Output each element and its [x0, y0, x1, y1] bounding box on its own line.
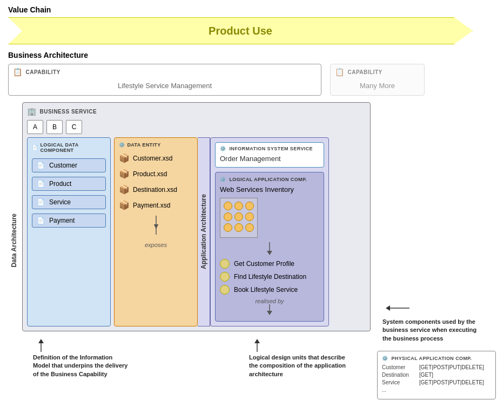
inner-row: 📄 LOGICAL DATA COMPONENT 📄 Customer 📄 Pr…	[27, 137, 366, 326]
right-side: ⚙️ PHYSICAL APPLICATION COMP. Customer […	[377, 102, 496, 378]
grid-circles	[220, 198, 258, 238]
capability-header-2: 📋 CAPABILITY	[335, 68, 420, 76]
ldc-header: 📄 LOGICAL DATA COMPONENT	[32, 142, 106, 153]
ldc-item-icon-service: 📄	[37, 198, 45, 206]
value-chain-title: Value Chain	[8, 5, 496, 14]
de-label-product-xsd: Product.xsd	[133, 170, 167, 178]
arrow-to-apis	[220, 242, 319, 257]
de-item-customer-xsd: 📦 Customer.xsd	[119, 153, 193, 163]
api-label-3: Book Lifestyle Service	[234, 286, 298, 294]
de-icon-payment: 📦	[119, 200, 130, 210]
de-label-destination-xsd: Destination.xsd	[133, 186, 177, 194]
pa-row-service: Service [GET|POST|PUT|DELETE]	[382, 379, 491, 385]
down-arrow-svg	[264, 242, 275, 255]
api-circle-3	[220, 285, 230, 295]
annotation-left-wrap: Definition of the Information Model that…	[33, 336, 130, 378]
svg-marker-9	[254, 339, 260, 343]
grid-circle-9	[245, 223, 254, 232]
pa-header: ⚙️ PHYSICAL APPLICATION COMP.	[382, 356, 491, 361]
capability-content-2: Many More	[335, 79, 420, 92]
realised-by-arrow	[220, 304, 319, 317]
value-chain-arrow: Product Use	[8, 17, 473, 44]
pa-label-destination: Destination	[382, 372, 417, 378]
pa-row-ellipsis: ...	[382, 387, 491, 393]
bottom-annotations: Definition of the Information Model that…	[22, 336, 371, 378]
is-header: ⚙️ INFORMATION SYSTEM SERVICE	[220, 146, 319, 151]
api-item-1: Get Customer Profile	[220, 259, 319, 269]
annotation-middle: Logical design units that describe the c…	[249, 354, 346, 378]
de-label-customer-xsd: Customer.xsd	[133, 155, 172, 162]
business-architecture-title: Business Architecture	[8, 51, 496, 59]
annotation-left: Definition of the Information Model that…	[33, 354, 130, 378]
ldc-item-label-service: Service	[49, 198, 71, 206]
grid-row-2	[224, 212, 254, 221]
main-diagram: Data Architecture 🏢 BUSINESS SERVICE A B…	[8, 102, 496, 378]
ldc-item-label-customer: Customer	[49, 162, 77, 169]
business-service-header: 🏢 BUSINESS SERVICE	[27, 107, 366, 116]
button-a[interactable]: A	[27, 120, 43, 134]
realised-by-label: realised by	[220, 298, 319, 304]
capability-box-2: 📋 CAPABILITY Many More	[330, 64, 425, 96]
ldc-item-service: 📄 Service	[32, 195, 106, 209]
annotation-mid-wrap: Logical design units that describe the c…	[249, 336, 346, 378]
pa-value-destination: [GET]	[419, 372, 433, 378]
pa-icon: ⚙️	[382, 356, 388, 361]
de-icon-destination: 📦	[119, 184, 130, 195]
svg-marker-5	[267, 311, 272, 315]
de-item-payment-xsd: 📦 Payment.xsd	[119, 200, 193, 210]
la-header: ⚙️ LOGICAL APPLICATION COMP.	[220, 177, 319, 182]
data-architecture-label: Data Architecture	[8, 214, 20, 268]
svg-marker-3	[267, 251, 272, 255]
pa-label-ellipsis: ...	[382, 387, 417, 393]
ldc-item-icon-payment: 📄	[37, 217, 45, 224]
capability-box-1: 📋 CAPABILITY Lifestyle Service Managemen…	[8, 64, 321, 96]
de-item-product-xsd: 📦 Product.xsd	[119, 169, 193, 179]
physical-app-comp-box: ⚙️ PHYSICAL APPLICATION COMP. Customer […	[377, 351, 496, 399]
is-content: Order Management	[220, 154, 319, 164]
value-chain-section: Value Chain Product Use	[8, 5, 496, 44]
grid-circle-5	[234, 212, 243, 221]
exposes-arrow-svg	[148, 216, 164, 237]
pa-row-customer: Customer [GET|POST|PUT|DELETE]	[382, 364, 491, 370]
annotation-right-wrap: System components used by the business s…	[382, 300, 496, 343]
business-service-box: 🏢 BUSINESS SERVICE A B C 📄 LOGICAL DATA …	[22, 102, 371, 331]
grid-row-3	[224, 223, 254, 232]
ldc-item-label-payment: Payment	[49, 217, 75, 224]
de-icon-product: 📦	[119, 169, 130, 179]
pa-value-customer: [GET|POST|PUT|DELETE]	[419, 364, 484, 370]
business-service-section: 🏢 BUSINESS SERVICE A B C 📄 LOGICAL DATA …	[22, 102, 371, 378]
app-arch-box: ⚙️ INFORMATION SYSTEM SERVICE Order Mana…	[210, 137, 329, 326]
app-arch-section: Application Architecture ⚙️ INFORMATION …	[198, 137, 329, 326]
api-circle-1	[220, 259, 230, 269]
annotation-right: System components used by the business s…	[382, 318, 480, 343]
ldc-item-icon-product: 📄	[37, 180, 45, 188]
ldc-item-icon-customer: 📄	[37, 162, 45, 169]
de-item-destination-xsd: 📦 Destination.xsd	[119, 184, 193, 195]
realised-arrow-svg	[264, 304, 275, 315]
left-arrow-svg	[33, 336, 49, 352]
de-icon: ⚙️	[119, 142, 125, 148]
grid-row-1	[224, 202, 254, 210]
application-architecture-label: Application Architecture	[198, 137, 210, 326]
ldc-icon: 📄	[32, 145, 38, 150]
api-circle-2	[220, 272, 230, 282]
mid-arrow-svg	[249, 336, 265, 352]
physical-app-comp-section: ⚙️ PHYSICAL APPLICATION COMP. Customer […	[377, 243, 496, 291]
pa-row-destination: Destination [GET]	[382, 372, 491, 378]
business-service-icon: 🏢	[27, 107, 37, 116]
pa-value-service: [GET|POST|PUT|DELETE]	[419, 379, 484, 385]
ldc-item-customer: 📄 Customer	[32, 158, 106, 172]
grid-circle-8	[234, 223, 243, 232]
la-icon: ⚙️	[220, 177, 226, 182]
grid-circle-1	[224, 202, 232, 210]
abc-buttons-row: A B C	[27, 120, 366, 134]
is-icon: ⚙️	[220, 146, 226, 151]
button-b[interactable]: B	[46, 120, 63, 134]
api-item-3: Book Lifestyle Service	[220, 285, 319, 295]
capability-content-1: Lifestyle Service Management	[13, 79, 317, 92]
de-header: ⚙️ DATA ENTITY	[119, 142, 193, 148]
data-architecture-label-wrap: Data Architecture	[8, 102, 20, 378]
capability-row: 📋 CAPABILITY Lifestyle Service Managemen…	[8, 64, 496, 96]
button-c[interactable]: C	[66, 120, 82, 134]
svg-marker-11	[386, 305, 390, 311]
